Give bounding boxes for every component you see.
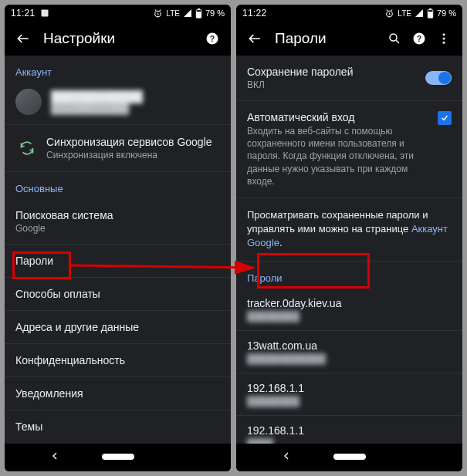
nav-bar (5, 444, 231, 471)
save-passwords-switch[interactable] (425, 71, 452, 85)
alarm-icon (153, 8, 163, 19)
sync-row[interactable]: Синхронизация сервисов Google Синхрониза… (5, 125, 231, 172)
svg-rect-18 (333, 454, 366, 460)
auto-login-desc: Входить на веб-сайты с помощью сохраненн… (247, 125, 431, 187)
password-item[interactable]: 192.168.1.1 ████████ (236, 373, 462, 416)
svg-point-17 (443, 42, 445, 44)
nav-home-icon[interactable] (333, 451, 366, 464)
privacy-row[interactable]: Конфиденциальность (5, 344, 231, 377)
stage: 11:21 LTE 79 % Настройки ? (0, 0, 467, 476)
overflow-button[interactable] (431, 26, 456, 51)
network-label: LTE (166, 9, 180, 18)
passwords-title: Пароли (15, 255, 220, 267)
search-engine-row[interactable]: Поисковая система Google (5, 199, 231, 245)
password-site: 192.168.1.1 (247, 382, 452, 394)
password-user: ████████ (247, 311, 452, 322)
manage-passwords-post: . (279, 237, 283, 248)
app-bar: Настройки ? (5, 22, 231, 56)
back-button[interactable] (11, 26, 36, 51)
content-left: Аккаунт ████████████ ███████████ Синхрон… (5, 56, 231, 444)
privacy-title: Конфиденциальность (15, 354, 220, 366)
nav-back-icon[interactable] (280, 450, 293, 465)
page-title: Настройки (43, 30, 200, 47)
status-bar: 11:22 LTE 79 % (236, 5, 462, 22)
svg-rect-4 (198, 8, 200, 10)
password-user: ████ (247, 438, 452, 444)
nav-bar (236, 444, 462, 471)
help-button[interactable]: ? (407, 26, 431, 51)
password-item[interactable]: tracker.0day.kiev.ua ████████ (236, 289, 462, 331)
auto-login-checkbox[interactable] (438, 111, 452, 125)
section-main-label: Основные (5, 172, 231, 199)
password-site: 13watt.com.ua (247, 339, 452, 352)
svg-rect-7 (102, 454, 134, 460)
account-row[interactable]: ████████████ ███████████ (5, 83, 231, 125)
addresses-title: Адреса и другие данные (15, 321, 220, 333)
svg-rect-11 (429, 8, 431, 10)
auto-login-title: Автоматический вход (247, 111, 431, 123)
status-time: 11:22 (242, 8, 267, 19)
svg-text:?: ? (417, 34, 421, 43)
notifications-title: Уведомления (15, 387, 220, 400)
nav-back-icon[interactable] (49, 450, 61, 465)
back-button[interactable] (242, 26, 267, 51)
section-account-label: Аккаунт (5, 56, 231, 83)
avatar (15, 89, 42, 115)
search-engine-sub: Google (15, 223, 220, 234)
save-passwords-sub: ВКЛ (247, 79, 419, 90)
themes-row[interactable]: Темы (5, 410, 231, 443)
password-user: ████████████ (247, 353, 452, 364)
battery-pct: 79 % (205, 8, 225, 18)
battery-pct: 79 % (437, 8, 456, 18)
content-right: Сохранение паролей ВКЛ Автоматический вх… (236, 56, 462, 444)
alarm-icon (384, 8, 394, 19)
svg-rect-10 (428, 12, 433, 18)
manage-passwords-row[interactable]: Просматривать сохраненные пароли и управ… (236, 198, 462, 262)
status-time: 11:21 (11, 8, 36, 19)
save-passwords-row[interactable]: Сохранение паролей ВКЛ (236, 56, 462, 101)
svg-text:?: ? (210, 34, 215, 43)
auto-login-row[interactable]: Автоматический вход Входить на веб-сайты… (236, 101, 462, 198)
sync-icon (15, 140, 39, 156)
passwords-row[interactable]: Пароли (5, 245, 231, 278)
payments-title: Способы оплаты (15, 288, 220, 300)
svg-point-12 (390, 34, 397, 41)
section-passwords-label: Пароли (236, 262, 462, 289)
manage-passwords-pre: Просматривать сохраненные пароли и управ… (247, 209, 428, 235)
account-name: ████████████ (51, 90, 143, 103)
svg-rect-3 (196, 12, 201, 18)
help-button[interactable]: ? (200, 26, 225, 51)
password-site: tracker.0day.kiev.ua (247, 297, 452, 309)
notifications-row[interactable]: Уведомления (5, 377, 231, 410)
save-passwords-title: Сохранение паролей (247, 66, 419, 78)
payments-row[interactable]: Способы оплаты (5, 278, 231, 311)
password-site: 192.168.1.1 (247, 424, 452, 437)
search-button[interactable] (382, 26, 407, 51)
addresses-row[interactable]: Адреса и другие данные (5, 311, 231, 344)
status-bar: 11:21 LTE 79 % (5, 5, 231, 22)
svg-rect-0 (41, 10, 48, 17)
themes-title: Темы (15, 420, 220, 433)
account-email: ███████████ (51, 103, 143, 114)
network-label: LTE (398, 9, 411, 18)
battery-icon (427, 8, 434, 19)
svg-point-15 (443, 33, 445, 35)
screenshot-notif-icon (40, 8, 49, 18)
page-title: Пароли (275, 30, 382, 47)
phone-right: 11:22 LTE 79 % Пароли ? (236, 5, 462, 471)
search-engine-title: Поисковая система (15, 209, 220, 221)
password-item[interactable]: 13watt.com.ua ████████████ (236, 331, 462, 373)
sync-title: Синхронизация сервисов Google (46, 136, 212, 148)
svg-point-16 (443, 38, 445, 40)
app-bar: Пароли ? (236, 22, 462, 56)
phone-left: 11:21 LTE 79 % Настройки ? (5, 5, 231, 471)
sync-sub: Синхронизация включена (46, 150, 212, 160)
password-item[interactable]: 192.168.1.1 ████ (236, 416, 462, 444)
signal-icon (183, 8, 192, 18)
password-user: ████████ (247, 396, 452, 407)
battery-icon (195, 8, 202, 19)
nav-home-icon[interactable] (102, 451, 134, 464)
signal-icon (415, 8, 424, 18)
